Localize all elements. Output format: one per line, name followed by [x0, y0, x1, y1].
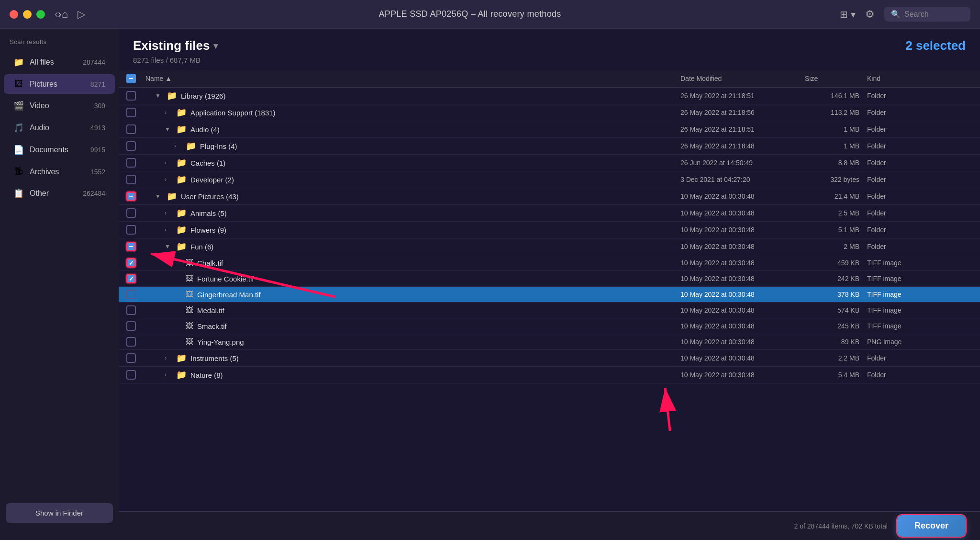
file-name: Ying-Yang.png — [197, 338, 244, 346]
row-checkbox[interactable] — [126, 321, 136, 331]
table-row[interactable]: › 🖼 Fortune Cookie.tif 10 May 2022 at 00… — [119, 271, 980, 287]
window-title: APPLE SSD AP0256Q – All recovery methods — [100, 9, 840, 19]
sidebar-label-archives: Archives — [30, 168, 85, 176]
file-name: User Pictures (43) — [181, 192, 239, 201]
date-cell: 26 May 2022 at 21:18:48 — [680, 142, 805, 150]
kind-cell: Folder — [867, 226, 972, 234]
table-row[interactable]: › 🖼 Chalk.tif 10 May 2022 at 00:30:48 45… — [119, 255, 980, 271]
sidebar-item-documents[interactable]: 📄 Documents 9915 — [4, 140, 115, 160]
row-checkbox-fun[interactable] — [126, 242, 136, 251]
expand-icon[interactable]: › — [165, 109, 172, 116]
expand-icon[interactable]: ▼ — [155, 193, 163, 200]
date-cell: 10 May 2022 at 00:30:48 — [680, 209, 805, 217]
expand-icon[interactable]: › — [165, 371, 172, 378]
expand-icon[interactable]: ▼ — [165, 126, 172, 133]
minimize-button[interactable] — [23, 10, 32, 19]
show-in-finder-button[interactable]: Show in Finder — [6, 503, 113, 523]
view-icon: ⊞ — [840, 9, 848, 20]
recover-button[interactable]: Recover — [897, 515, 966, 537]
table-row[interactable]: ▼ 📁 Fun (6) 10 May 2022 at 00:30:48 2 MB… — [119, 238, 980, 255]
row-checkbox[interactable] — [126, 208, 136, 218]
expand-icon[interactable]: › — [165, 355, 172, 361]
search-bar[interactable]: 🔍 — [884, 7, 970, 22]
sidebar-item-pictures[interactable]: 🖼 Pictures 8271 — [4, 74, 115, 94]
table-row[interactable]: › 📁 Instruments (5) 10 May 2022 at 00:30… — [119, 350, 980, 367]
row-checkbox-user-pictures[interactable] — [126, 191, 136, 201]
expand-icon[interactable]: › — [165, 226, 172, 233]
expand-icon[interactable]: › — [165, 210, 172, 216]
folder-icon: 📁 — [176, 241, 187, 252]
size-cell: 2 MB — [805, 243, 867, 250]
row-checkbox[interactable] — [126, 158, 136, 168]
row-checkbox[interactable] — [126, 91, 136, 101]
file-icon: 🖼 — [186, 274, 193, 283]
content-title-dropdown[interactable]: ▾ — [213, 41, 218, 51]
size-cell: 21,4 MB — [805, 192, 867, 200]
sidebar-item-other[interactable]: 📋 Other 262484 — [4, 183, 115, 203]
titlebar-controls: ⊞ ▾ ⚙ 🔍 — [840, 7, 970, 22]
filter-icon[interactable]: ⚙ — [865, 8, 875, 21]
expand-icon[interactable]: ▼ — [155, 92, 163, 99]
home-icon[interactable]: ⌂ — [62, 8, 68, 21]
play-icon[interactable]: ▷ — [78, 8, 86, 21]
table-row[interactable]: › 🖼 Smack.tif 10 May 2022 at 00:30:48 24… — [119, 318, 980, 334]
sidebar-label-all-files: All files — [30, 58, 77, 67]
row-checkbox[interactable] — [126, 175, 136, 184]
row-checkbox[interactable] — [126, 124, 136, 134]
close-button[interactable] — [10, 10, 18, 19]
file-name-cell: › 🖼 Gingerbread Man.tif — [145, 290, 680, 299]
forward-button[interactable]: › — [58, 9, 61, 20]
date-cell: 10 May 2022 at 00:30:48 — [680, 371, 805, 379]
sidebar-item-all-files[interactable]: 📁 All files 287444 — [4, 52, 115, 72]
table-row[interactable]: › 📁 Caches (1) 26 Jun 2022 at 14:50:49 8… — [119, 155, 980, 171]
table-row-selected[interactable]: › 🖼 Gingerbread Man.tif 10 May 2022 at 0… — [119, 287, 980, 303]
expand-icon[interactable]: › — [165, 159, 172, 166]
sidebar-count-other: 262484 — [83, 190, 105, 197]
sidebar-item-video[interactable]: 🎬 Video 309 — [4, 96, 115, 116]
header-checkbox-control[interactable] — [126, 74, 136, 83]
row-checkbox[interactable] — [126, 141, 136, 151]
search-input[interactable] — [904, 10, 962, 19]
file-name-cell: › 📁 Developer (2) — [145, 174, 680, 185]
table-row[interactable]: › 🖼 Ying-Yang.png 10 May 2022 at 00:30:4… — [119, 334, 980, 350]
content-title-text: Existing files — [133, 38, 210, 53]
fullscreen-button[interactable] — [36, 10, 45, 19]
row-checkbox-fortune-cookie[interactable] — [126, 274, 136, 283]
row-checkbox[interactable] — [126, 290, 136, 299]
row-checkbox-chalk[interactable] — [126, 258, 136, 268]
row-checkbox[interactable] — [126, 353, 136, 363]
row-checkbox[interactable] — [126, 337, 136, 347]
back-button[interactable]: ‹ — [55, 9, 58, 20]
table-row[interactable]: › 🖼 Medal.tif 10 May 2022 at 00:30:48 57… — [119, 303, 980, 318]
view-toggle[interactable]: ⊞ ▾ — [840, 9, 856, 20]
table-row[interactable]: › 📁 Flowers (9) 10 May 2022 at 00:30:48 … — [119, 222, 980, 238]
expand-icon[interactable]: ▼ — [165, 243, 172, 250]
file-name: Medal.tif — [197, 306, 224, 315]
table-row[interactable]: ▼ 📁 Library (1926) 26 May 2022 at 21:18:… — [119, 88, 980, 104]
row-checkbox[interactable] — [126, 225, 136, 235]
file-name: Flowers (9) — [190, 226, 226, 234]
table-row[interactable]: › 📁 Plug-Ins (4) 26 May 2022 at 21:18:48… — [119, 138, 980, 155]
row-checkbox[interactable] — [126, 370, 136, 380]
table-row[interactable]: › 📁 Animals (5) 10 May 2022 at 00:30:48 … — [119, 205, 980, 222]
file-table[interactable]: Name ▲ Date Modified Size Kind ▼ 📁 Libra… — [119, 70, 980, 511]
file-name: Caches (1) — [190, 159, 225, 167]
sidebar-item-audio[interactable]: 🎵 Audio 4913 — [4, 118, 115, 138]
row-checkbox[interactable] — [126, 108, 136, 117]
table-row[interactable]: › 📁 Application Support (1831) 26 May 20… — [119, 104, 980, 121]
size-cell: 2,2 MB — [805, 354, 867, 362]
file-name-cell: › 🖼 Fortune Cookie.tif — [145, 274, 680, 283]
pictures-icon: 🖼 — [13, 79, 24, 89]
sidebar-item-archives[interactable]: 🗜 Archives 1552 — [4, 162, 115, 181]
table-row[interactable]: ▼ 📁 Audio (4) 26 May 2022 at 21:18:51 1 … — [119, 121, 980, 138]
table-row[interactable]: › 📁 Nature (8) 10 May 2022 at 00:30:48 5… — [119, 367, 980, 383]
header-name: Name ▲ — [145, 74, 680, 83]
date-cell: 26 May 2022 at 21:18:51 — [680, 92, 805, 100]
expand-icon[interactable]: › — [165, 176, 172, 183]
file-name: Gingerbread Man.tif — [197, 291, 261, 299]
expand-icon[interactable]: › — [174, 143, 182, 149]
table-row[interactable]: › 📁 Developer (2) 3 Dec 2021 at 04:27:20… — [119, 171, 980, 188]
table-row[interactable]: ▼ 📁 User Pictures (43) 10 May 2022 at 00… — [119, 188, 980, 205]
file-name-cell: ▼ 📁 Audio (4) — [145, 124, 680, 135]
row-checkbox[interactable] — [126, 305, 136, 315]
